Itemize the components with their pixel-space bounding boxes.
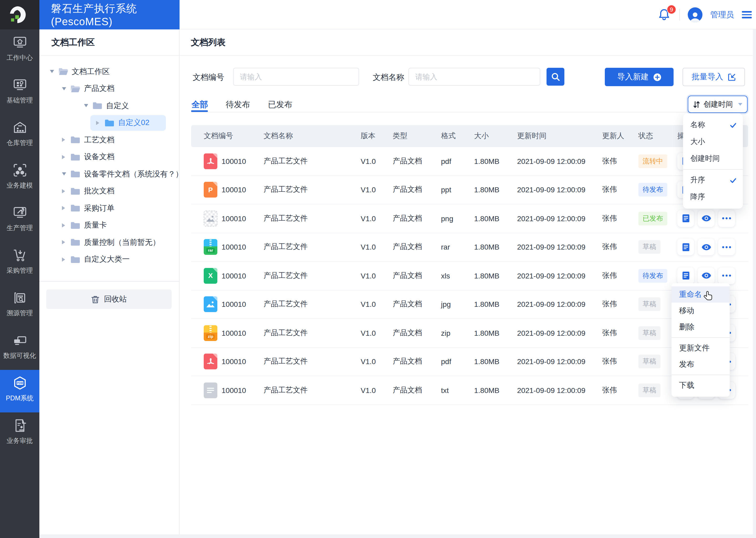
import-new-label: 导入新建 xyxy=(617,72,649,82)
cell-doc-no: 100010 xyxy=(221,243,263,251)
sort-option-名称[interactable]: 名称 xyxy=(683,117,743,134)
tree-node-批次文档[interactable]: 批次文档 xyxy=(39,183,179,200)
sort-option-大小[interactable]: 大小 xyxy=(683,134,743,150)
row-more-button[interactable] xyxy=(718,267,735,284)
table-row[interactable]: 100010产品工艺文件V1.0产品文档txt1.80MB2021-09-09 … xyxy=(191,376,748,405)
table-row[interactable]: 100010产品工艺文件V1.0产品文档pdf1.80MB2021-09-09 … xyxy=(191,147,748,176)
tree-node-设备零件文档（系统没有？）[interactable]: 设备零件文档（系统没有？） xyxy=(39,166,179,183)
current-user[interactable]: 管理员 xyxy=(710,10,734,20)
table-row[interactable]: 100010产品工艺文件V1.0产品文档png1.80MB2021-09-09 … xyxy=(191,204,748,233)
rail-item-monitor-grid[interactable]: 基础管理 xyxy=(0,72,39,115)
rail-item-barcode-search[interactable]: 溯源管理 xyxy=(0,285,39,327)
user-icon xyxy=(689,11,701,22)
tree-collapse-arrow-icon[interactable] xyxy=(62,155,65,159)
context-menu-item-重命名[interactable]: 重命名 xyxy=(671,286,730,303)
search-button[interactable] xyxy=(546,68,564,86)
app-logo[interactable] xyxy=(0,0,39,29)
tree-node-采购订单[interactable]: 采购订单 xyxy=(39,200,179,217)
column-header-类型: 类型 xyxy=(393,131,441,141)
row-preview-button[interactable] xyxy=(698,267,715,284)
tree-collapse-arrow-icon[interactable] xyxy=(62,206,65,210)
ellipsis-icon xyxy=(722,246,731,248)
tree-node-产品文档[interactable]: 产品文档 xyxy=(39,80,179,97)
rar-file-glyph: rar xyxy=(206,248,215,253)
tree-collapse-arrow-icon[interactable] xyxy=(62,257,65,262)
tree-collapse-arrow-icon[interactable] xyxy=(62,138,65,142)
rail-item-pdm-hexagon[interactable]: PDMPDM系统 xyxy=(0,370,39,412)
menu-icon[interactable] xyxy=(742,11,752,19)
context-menu-item-label: 移动 xyxy=(679,306,694,316)
recycle-bin-button[interactable]: 回收站 xyxy=(46,290,172,309)
context-menu-item-下载[interactable]: 下载 xyxy=(671,377,730,394)
table-row[interactable]: rar100010产品工艺文件V1.0产品文档rar1.80MB2021-09-… xyxy=(191,233,748,262)
doc-no-input[interactable] xyxy=(233,68,359,86)
check-icon xyxy=(730,177,736,184)
table-row[interactable]: X100010产品工艺文件V1.0产品文档xls1.80MB2021-09-09… xyxy=(191,262,748,290)
tree-node-文档工作区[interactable]: 文档工作区 xyxy=(39,63,179,80)
tree-node-设备文档[interactable]: 设备文档 xyxy=(39,148,179,166)
folder-icon xyxy=(105,119,115,127)
table-row[interactable]: zip100010产品工艺文件V1.0产品文档zip1.80MB2021-09-… xyxy=(191,319,748,348)
tree-node-自定义大类一[interactable]: 自定义大类一 xyxy=(39,251,179,268)
row-detail-button[interactable] xyxy=(677,267,694,284)
scrollbar-gutter[interactable] xyxy=(753,29,756,534)
rail-item-warehouse[interactable]: 仓库管理 xyxy=(0,115,39,157)
cell-updated: 2021-09-09 12:00:09 xyxy=(517,186,602,194)
avatar[interactable] xyxy=(688,7,702,22)
tab-全部[interactable]: 全部 xyxy=(192,99,208,110)
row-preview-button[interactable] xyxy=(698,239,715,256)
rail-item-doc-stamp[interactable]: 业务审批 xyxy=(0,412,39,455)
tree-node-工艺文档[interactable]: 工艺文档 xyxy=(39,131,179,148)
rail-item-dual-monitor[interactable]: 数据可视化 xyxy=(0,327,39,370)
row-preview-button[interactable] xyxy=(698,210,715,227)
context-menu-item-删除[interactable]: 删除 xyxy=(671,319,730,335)
tree-collapse-arrow-icon[interactable] xyxy=(62,189,65,193)
sort-select[interactable]: 创建时间 xyxy=(688,96,748,113)
rail-item-monitor-wrench[interactable]: 生产管理 xyxy=(0,200,39,242)
app-window: 工作中心基础管理仓库管理业务建模生产管理采购管理溯源管理数据可视化PDMPDM系… xyxy=(0,0,756,538)
table-row[interactable]: P100010产品工艺文件V1.0产品文档ppt1.80MB2021-09-09… xyxy=(191,176,748,204)
row-more-button[interactable] xyxy=(718,210,735,227)
png-file-glyph xyxy=(206,215,215,222)
tree-expand-arrow-icon[interactable] xyxy=(50,70,54,73)
ppt-file-icon: P xyxy=(204,182,217,198)
tree-node-自定义[interactable]: 自定义 xyxy=(39,97,179,114)
cell-version: V1.0 xyxy=(361,386,393,395)
tab-待发布[interactable]: 待发布 xyxy=(226,99,250,110)
tree-collapse-arrow-icon[interactable] xyxy=(62,223,65,228)
cell-size: 1.80MB xyxy=(474,329,517,337)
tree-expand-arrow-icon[interactable] xyxy=(84,104,88,107)
tree-node-质量卡[interactable]: 质量卡 xyxy=(39,217,179,234)
row-detail-button[interactable] xyxy=(677,210,694,227)
rail-item-cart-download[interactable]: 采购管理 xyxy=(0,242,39,285)
tree-node-label: 质量卡 xyxy=(84,220,107,230)
tree-node-自定义02[interactable]: 自定义02 xyxy=(39,114,179,131)
tree-expand-arrow-icon[interactable] xyxy=(62,173,66,176)
row-more-button[interactable] xyxy=(718,239,735,256)
row-detail-button[interactable] xyxy=(677,239,694,256)
context-menu-item-发布[interactable]: 发布 xyxy=(671,356,730,372)
context-menu-item-移动[interactable]: 移动 xyxy=(671,303,730,319)
column-header-版本: 版本 xyxy=(361,131,393,141)
table-row[interactable]: 100010产品工艺文件V1.0产品文档pdf1.80MB2021-09-09 … xyxy=(191,348,748,376)
cell-doc-name: 产品工艺文件 xyxy=(263,357,361,366)
notification-bell-button[interactable]: 9 xyxy=(658,8,672,22)
tab-已发布[interactable]: 已发布 xyxy=(268,99,292,110)
tree-collapse-arrow-icon[interactable] xyxy=(62,241,65,244)
tree-node-质量控制（当前暂无）[interactable]: 质量控制（当前暂无） xyxy=(39,234,179,251)
table-row[interactable]: 100010产品工艺文件V1.0产品文档jpg1.80MB2021-09-09 … xyxy=(191,290,748,319)
batch-import-button[interactable]: 批量导入 xyxy=(683,68,745,86)
zip-file-icon: zip xyxy=(204,325,217,341)
sort-option-升序[interactable]: 升序 xyxy=(683,172,743,188)
doc-name-input[interactable] xyxy=(408,68,540,86)
sort-option-创建时间[interactable]: 创建时间 xyxy=(683,150,743,167)
sort-option-降序[interactable]: 降序 xyxy=(683,188,743,205)
tree-collapse-arrow-icon[interactable] xyxy=(96,121,99,125)
cell-category: 产品文档 xyxy=(393,271,441,281)
context-menu-item-更新文件[interactable]: 更新文件 xyxy=(671,340,730,356)
tree-expand-arrow-icon[interactable] xyxy=(62,87,66,90)
rail-item-monitor-home[interactable]: 工作中心 xyxy=(0,29,39,72)
context-menu-item-label: 发布 xyxy=(679,359,694,369)
rail-item-cubes-scan[interactable]: 业务建模 xyxy=(0,157,39,200)
import-new-button[interactable]: 导入新建 xyxy=(605,68,674,86)
